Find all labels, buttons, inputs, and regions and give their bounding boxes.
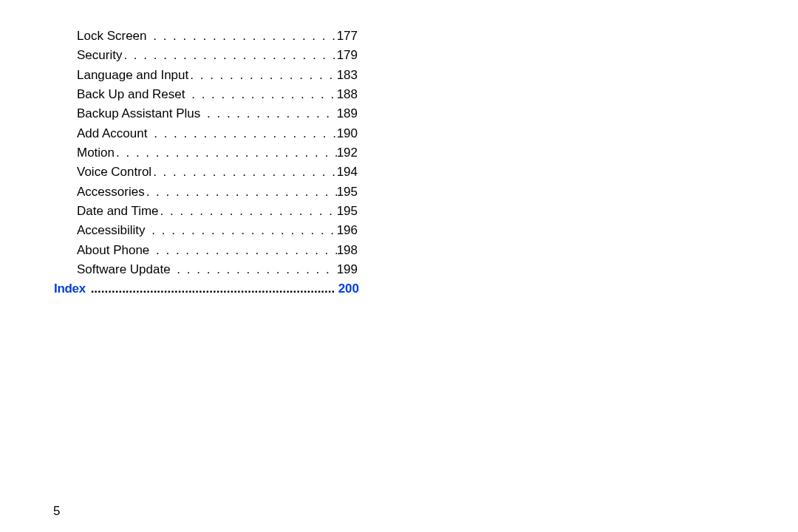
toc-leader-dots: . . . . . . . . . . . . . . . . . . . . … [115, 143, 337, 163]
toc-label: Accessibility [77, 221, 146, 240]
toc-entry-accessories: Accessories . . . . . . . . . . . . . . … [77, 183, 358, 202]
toc-label: Back Up and Reset [77, 85, 185, 104]
toc-label: About Phone [77, 241, 149, 260]
toc-leader-dots: . . . . . . . . . . . . . . . . . . . . … [151, 163, 337, 182]
toc-page: 196 [337, 221, 358, 240]
page-number: 5 [53, 504, 60, 519]
toc-entry-index: Index ..................................… [54, 279, 359, 299]
toc-index-label: Index [54, 279, 86, 299]
toc-entry-date-time: Date and Time . . . . . . . . . . . . . … [77, 202, 358, 221]
toc-page: 199 [337, 260, 358, 279]
toc-label: Date and Time [77, 202, 159, 221]
toc-entry-software-update: Software Update . . . . . . . . . . . . … [77, 260, 358, 279]
toc-label: Language and Input [77, 66, 188, 85]
toc-label: Voice Control [77, 163, 151, 182]
toc-page: 195 [337, 183, 358, 202]
toc-entry-voice-control: Voice Control . . . . . . . . . . . . . … [77, 163, 358, 182]
toc-leader-dots: ........................................… [86, 279, 338, 299]
toc-leader-dots: . . . . . . . . . . . . . . . . . . . . … [149, 241, 336, 260]
toc-page: 190 [337, 124, 358, 143]
toc-label: Software Update [77, 260, 171, 279]
toc-index-page: 200 [338, 279, 359, 299]
toc-entry-backup-reset: Back Up and Reset . . . . . . . . . . . … [77, 85, 358, 104]
toc-leader-dots: . . . . . . . . . . . . . . . . . . . . … [171, 260, 337, 279]
toc-leader-dots: . . . . . . . . . . . . . . . . . . . . … [159, 202, 337, 221]
toc-leader-dots: . . . . . . . . . . . . . . . . . . . . … [200, 104, 336, 123]
toc-label: Motion [77, 143, 115, 163]
toc-page: 194 [337, 163, 358, 182]
toc-leader-dots: . . . . . . . . . . . . . . . . . . . . … [147, 27, 337, 46]
toc-label: Lock Screen [77, 27, 147, 46]
toc-label: Security [77, 46, 122, 65]
toc-entry-motion: Motion . . . . . . . . . . . . . . . . .… [77, 143, 358, 163]
toc-label: Add Account [77, 124, 147, 143]
toc-page: 192 [337, 143, 358, 163]
toc-leader-dots: . . . . . . . . . . . . . . . . . . . . … [122, 46, 336, 65]
toc-label: Accessories [77, 183, 145, 202]
toc-entry-language-input: Language and Input . . . . . . . . . . .… [77, 66, 358, 85]
toc-page: 177 [337, 27, 358, 46]
toc-page: 183 [337, 66, 358, 85]
toc-page: 188 [337, 85, 358, 104]
toc-entry-accessibility: Accessibility . . . . . . . . . . . . . … [77, 221, 358, 240]
toc-container: Lock Screen . . . . . . . . . . . . . . … [77, 27, 358, 299]
toc-entry-lock-screen: Lock Screen . . . . . . . . . . . . . . … [77, 27, 358, 46]
toc-entry-backup-assistant: Backup Assistant Plus . . . . . . . . . … [77, 104, 358, 123]
toc-entry-security: Security . . . . . . . . . . . . . . . .… [77, 46, 358, 65]
toc-entry-add-account: Add Account . . . . . . . . . . . . . . … [77, 124, 358, 143]
toc-leader-dots: . . . . . . . . . . . . . . . . . . . . … [188, 66, 336, 85]
toc-entry-about-phone: About Phone . . . . . . . . . . . . . . … [77, 241, 358, 260]
toc-leader-dots: . . . . . . . . . . . . . . . . . . . . … [146, 221, 337, 240]
toc-leader-dots: . . . . . . . . . . . . . . . . . . . . … [185, 85, 336, 104]
toc-page: 179 [337, 46, 358, 65]
toc-label: Backup Assistant Plus [77, 104, 200, 123]
toc-page: 198 [337, 241, 358, 260]
toc-page: 189 [337, 104, 358, 123]
toc-page: 195 [337, 202, 358, 221]
toc-leader-dots: . . . . . . . . . . . . . . . . . . . . … [147, 124, 336, 143]
toc-leader-dots: . . . . . . . . . . . . . . . . . . . . … [145, 183, 337, 202]
